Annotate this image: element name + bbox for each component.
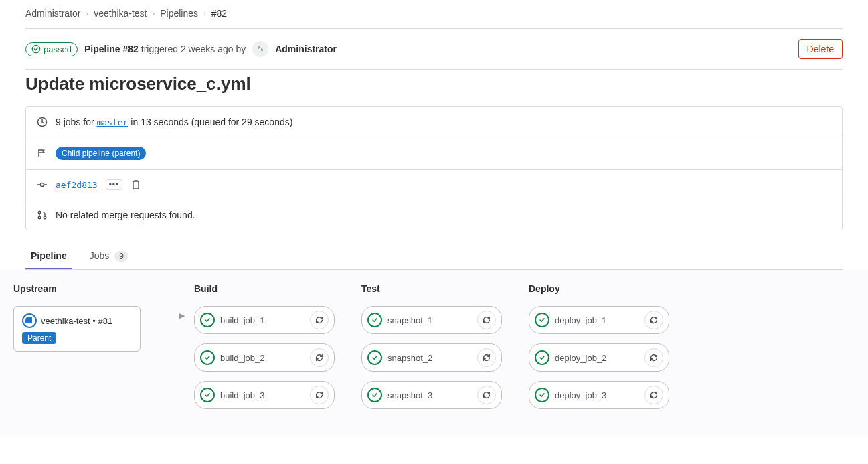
job-name: build_job_1	[220, 315, 305, 325]
check-circle-icon	[31, 44, 41, 54]
job-name: snapshot_3	[387, 390, 472, 400]
retry-button[interactable]	[477, 386, 496, 404]
child-pipeline-row: Child pipeline (parent)	[26, 137, 842, 170]
job-pill[interactable]: deploy_job_2	[529, 343, 669, 372]
job-pill[interactable]: build_job_2	[194, 343, 335, 372]
commit-sha-link[interactable]: aef2d813	[56, 180, 98, 190]
commit-row: aef2d813 •••	[26, 170, 842, 200]
breadcrumb-current: #82	[211, 8, 227, 19]
breadcrumb-link[interactable]: veethika-test	[94, 8, 147, 19]
status-label: passed	[44, 44, 72, 54]
tabs: Pipeline Jobs 9	[25, 234, 843, 270]
svg-point-4	[38, 211, 41, 214]
author-name[interactable]: Administrator	[275, 44, 337, 54]
retry-icon	[315, 315, 324, 325]
avatar[interactable]	[252, 41, 268, 57]
tab-jobs[interactable]: Jobs 9	[84, 244, 134, 269]
retry-button[interactable]	[644, 348, 663, 367]
retry-button[interactable]	[477, 311, 496, 329]
svg-point-5	[38, 216, 41, 219]
svg-rect-3	[133, 181, 139, 189]
job-name: deploy_job_3	[555, 390, 639, 400]
svg-point-6	[44, 216, 46, 219]
retry-button[interactable]	[644, 386, 663, 404]
job-name: deploy_job_2	[555, 353, 639, 363]
flag-icon	[37, 148, 48, 159]
status-passed-badge[interactable]: passed	[25, 42, 78, 56]
page-title: Update microservice_c.yml	[25, 70, 843, 106]
retry-button[interactable]	[310, 386, 329, 404]
check-circle-icon	[367, 313, 382, 327]
child-pipeline-badge[interactable]: Child pipeline (parent)	[56, 147, 146, 160]
pipeline-info-box: 9 jobs for master in 13 seconds (queued …	[25, 106, 843, 230]
stage-title: Test	[361, 283, 502, 294]
stage-upstream: Upstream veethika-test • #81 Parent	[13, 283, 167, 409]
delete-button[interactable]: Delete	[798, 39, 843, 59]
retry-button[interactable]	[310, 311, 329, 329]
upstream-pipeline-id: #81	[98, 316, 112, 326]
parent-pipeline-link[interactable]: parent	[114, 149, 137, 158]
merge-requests-row: No related merge requests found.	[26, 200, 842, 230]
retry-button[interactable]	[310, 348, 329, 367]
job-pill[interactable]: snapshot_3	[361, 381, 502, 409]
merge-request-icon	[37, 210, 48, 220]
retry-icon	[482, 353, 491, 362]
job-pill[interactable]: snapshot_2	[361, 343, 502, 372]
check-circle-icon	[200, 313, 215, 327]
pipeline-id: Pipeline #82	[84, 44, 139, 54]
running-icon	[22, 313, 37, 328]
stage-build: ▶ Build build_job_1build_job_2build_job_…	[194, 283, 335, 409]
pipeline-header: passed Pipeline #82 triggered 2 weeks ag…	[25, 29, 843, 69]
jobs-count-text: 9 jobs for	[56, 117, 94, 127]
check-circle-icon	[367, 388, 382, 402]
job-pill[interactable]: build_job_3	[194, 381, 335, 409]
job-pill[interactable]: deploy_job_3	[529, 381, 669, 409]
stage-test: Test snapshot_1snapshot_2snapshot_3	[361, 283, 502, 409]
breadcrumb: Administrator › veethika-test › Pipeline…	[25, 8, 843, 28]
commit-icon	[37, 179, 48, 190]
upstream-project: veethika-test	[41, 316, 90, 326]
pipeline-graph: Upstream veethika-test • #81 Parent ▶ Bu…	[0, 270, 868, 436]
retry-icon	[649, 353, 659, 362]
mr-text: No related merge requests found.	[56, 210, 195, 220]
retry-icon	[482, 315, 491, 325]
job-name: build_job_2	[220, 353, 305, 363]
separator: •	[90, 316, 98, 326]
stage-deploy: Deploy deploy_job_1deploy_job_2deploy_jo…	[529, 283, 669, 409]
child-suffix: )	[137, 149, 140, 158]
retry-button[interactable]	[477, 348, 496, 367]
clipboard-icon[interactable]	[131, 179, 141, 190]
jobs-count-badge: 9	[114, 251, 128, 262]
expand-commit-button[interactable]: •••	[106, 179, 123, 190]
duration-text: in 13 seconds (queued for 29 seconds)	[131, 117, 292, 127]
retry-button[interactable]	[644, 311, 663, 329]
parent-badge: Parent	[22, 332, 56, 344]
branch-link[interactable]: master	[96, 117, 128, 127]
retry-icon	[315, 390, 324, 400]
tab-jobs-label: Jobs	[90, 250, 110, 261]
retry-icon	[315, 353, 324, 362]
child-prefix: Child pipeline (	[62, 149, 114, 158]
job-name: snapshot_1	[387, 315, 472, 325]
chevron-right-icon: ›	[153, 9, 155, 17]
job-pill[interactable]: deploy_job_1	[529, 306, 669, 334]
chevron-right-icon: ›	[203, 9, 206, 17]
expand-toggle-icon[interactable]: ▶	[179, 311, 185, 320]
svg-point-2	[41, 183, 44, 187]
triggered-text: triggered 2 weeks ago by	[141, 44, 246, 54]
job-pill[interactable]: build_job_1	[194, 306, 335, 334]
check-circle-icon	[535, 350, 549, 365]
check-circle-icon	[200, 350, 215, 365]
job-name: deploy_job_1	[555, 315, 639, 325]
retry-icon	[482, 390, 491, 400]
job-name: build_job_3	[220, 390, 305, 400]
stage-title: Deploy	[529, 283, 669, 294]
jobs-summary-row: 9 jobs for master in 13 seconds (queued …	[26, 107, 842, 137]
check-circle-icon	[535, 388, 549, 402]
tab-pipeline[interactable]: Pipeline	[25, 244, 72, 269]
breadcrumb-link[interactable]: Pipelines	[160, 8, 198, 19]
check-circle-icon	[200, 388, 215, 402]
breadcrumb-link[interactable]: Administrator	[25, 8, 80, 19]
job-pill[interactable]: snapshot_1	[361, 306, 502, 334]
upstream-pipeline-card[interactable]: veethika-test • #81 Parent	[13, 306, 141, 352]
